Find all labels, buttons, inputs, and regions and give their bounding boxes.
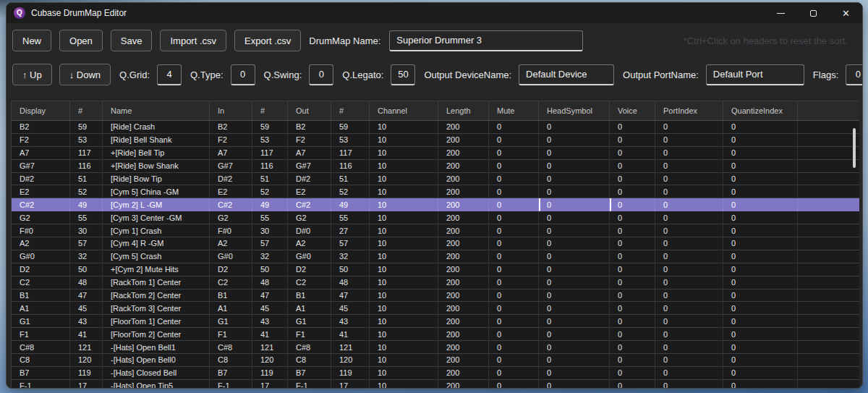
cell[interactable]: B2	[210, 121, 252, 134]
cell[interactable]: B7	[210, 367, 252, 380]
cell[interactable]: 10	[370, 341, 438, 354]
cell[interactable]: G#0	[210, 250, 252, 263]
cell[interactable]: 0	[489, 198, 539, 211]
cell[interactable]: A2	[12, 237, 70, 250]
cell[interactable]: 0	[723, 276, 798, 290]
cell[interactable]: 200	[438, 185, 489, 198]
cell[interactable]: 10	[370, 290, 438, 303]
import-csv-button[interactable]: Import .csv	[160, 30, 226, 51]
cell[interactable]: 0	[723, 354, 798, 367]
cell[interactable]: 0	[723, 147, 798, 160]
cell[interactable]: D2	[210, 263, 252, 276]
column-header[interactable]: QuantizeIndex	[723, 101, 798, 121]
cell[interactable]: D#2	[288, 173, 331, 186]
cell[interactable]: 200	[438, 367, 489, 380]
cell[interactable]: 0	[489, 276, 539, 290]
cell[interactable]: 0	[723, 198, 798, 211]
cell[interactable]: 200	[438, 290, 489, 303]
cell[interactable]: 200	[438, 198, 489, 211]
cell[interactable]: F#0	[210, 224, 252, 237]
cell[interactable]: F-1	[12, 380, 70, 389]
cell[interactable]: 0	[655, 290, 723, 303]
cell[interactable]: 52	[70, 185, 103, 198]
cell[interactable]: 17	[331, 380, 370, 389]
cell[interactable]: 200	[438, 211, 489, 224]
table-row[interactable]: G255[Cym 3] Center -GMG255G2551020000000	[12, 211, 859, 224]
cell[interactable]: D2	[12, 263, 70, 276]
cell[interactable]	[798, 367, 859, 380]
cell[interactable]: 43	[331, 315, 370, 328]
cell[interactable]: 0	[539, 263, 610, 276]
cell[interactable]: 0	[655, 354, 723, 367]
cell[interactable]: -[Hats] Open Bell1	[103, 341, 210, 354]
cell[interactable]: -[Hats] Closed Bell	[103, 367, 210, 380]
cell[interactable]: 32	[331, 250, 370, 263]
cell[interactable]	[798, 211, 859, 224]
cell[interactable]: [Ride] Crash	[103, 121, 210, 134]
cell[interactable]: 0	[539, 121, 610, 134]
cell[interactable]: 0	[610, 121, 655, 134]
column-header[interactable]: In	[210, 101, 252, 121]
cell[interactable]: 45	[70, 302, 103, 315]
cell[interactable]: F1	[12, 328, 70, 341]
cell[interactable]: 43	[70, 315, 103, 328]
cell[interactable]: B2	[12, 121, 70, 134]
cell[interactable]: 0	[610, 250, 655, 263]
cell[interactable]: 59	[331, 121, 370, 134]
cell[interactable]: 119	[331, 367, 370, 380]
cell[interactable]: 0	[655, 211, 723, 224]
cell[interactable]: G1	[210, 315, 252, 328]
cell[interactable]: 0	[655, 224, 723, 237]
cell[interactable]	[798, 160, 859, 173]
cell[interactable]: [Cym 3] Center -GM	[103, 211, 210, 224]
cell[interactable]: 45	[331, 302, 370, 315]
cell[interactable]: 0	[655, 341, 723, 354]
cell[interactable]: 0	[610, 315, 655, 328]
cell[interactable]: 0	[723, 173, 798, 186]
cell[interactable]: 10	[370, 224, 438, 237]
cell[interactable]: 0	[489, 354, 539, 367]
cell[interactable]: 0	[723, 224, 798, 237]
table-row[interactable]: C#8121-[Hats] Open Bell1C#8121C#81211020…	[12, 341, 859, 354]
cell[interactable]: 0	[539, 173, 610, 186]
cell[interactable]: 0	[539, 198, 610, 211]
column-header[interactable]: Mute	[489, 101, 539, 121]
cell[interactable]: 0	[610, 328, 655, 341]
cell[interactable]: 0	[539, 224, 610, 237]
cell[interactable]: F1	[288, 328, 331, 341]
cell[interactable]: 10	[370, 198, 438, 211]
cell[interactable]: 0	[723, 380, 798, 389]
cell[interactable]: G#7	[12, 160, 70, 173]
cell[interactable]: 0	[539, 380, 610, 389]
cell[interactable]: 0	[610, 380, 655, 389]
cell[interactable]: 200	[438, 302, 489, 315]
cell[interactable]: 0	[489, 328, 539, 341]
cell[interactable]: 48	[252, 276, 288, 290]
cell[interactable]: 0	[655, 380, 723, 389]
cell[interactable]: 200	[438, 250, 489, 263]
cell[interactable]: 0	[539, 185, 610, 198]
cell[interactable]: 0	[610, 147, 655, 160]
cell[interactable]: 45	[252, 302, 288, 315]
cell[interactable]: 43	[252, 315, 288, 328]
table-row[interactable]: G#7116+[Ride] Bow ShankG#7116G#711610200…	[12, 160, 859, 173]
cell[interactable]: -[Hats] Open Tip5	[103, 380, 210, 389]
cell[interactable]	[798, 315, 859, 328]
cell[interactable]	[798, 276, 859, 290]
cell[interactable]: 0	[610, 302, 655, 315]
cell[interactable]: 0	[539, 302, 610, 315]
cell[interactable]: 17	[70, 380, 103, 389]
cell[interactable]: C#8	[12, 341, 70, 354]
cell[interactable]: [RackTom 1] Center	[103, 276, 210, 290]
table-row[interactable]: B147[RackTom 2] CenterB147B1471020000000	[12, 290, 859, 303]
cell[interactable]: 0	[610, 354, 655, 367]
cell[interactable]: 0	[723, 302, 798, 315]
column-header[interactable]: Out	[288, 101, 331, 121]
cell[interactable]: 0	[655, 147, 723, 160]
cell[interactable]: 120	[252, 354, 288, 367]
cell[interactable]: 200	[438, 224, 489, 237]
cell[interactable]: 119	[252, 367, 288, 380]
cell[interactable]: 0	[610, 185, 655, 198]
cell[interactable]: A2	[210, 237, 252, 250]
cell[interactable]: [RackTom 3] Center	[103, 302, 210, 315]
